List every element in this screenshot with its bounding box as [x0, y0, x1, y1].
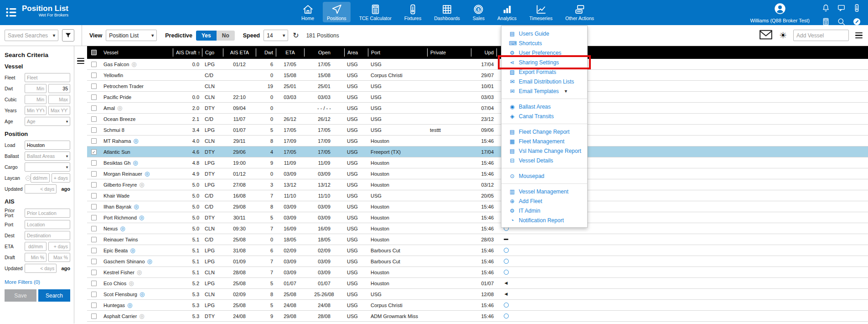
open-date-cell[interactable]: 24/08	[304, 303, 344, 308]
table-row[interactable]: Amal◎2.0DTY09/040- - / - -USGUSG07/04	[87, 103, 868, 114]
table-row[interactable]: Gaschem Shinano◎5.1LPG01/09703/0903/09US…	[87, 256, 868, 267]
ballast-select[interactable]: Ballast Areas▾	[25, 152, 70, 161]
open-date-cell[interactable]: 17/09	[304, 138, 344, 144]
draft-input[interactable]	[48, 253, 70, 262]
col-open[interactable]: Open	[304, 48, 344, 57]
table-row[interactable]: Scot Flensburg◎5.3CLN02/09825/0825-26/08…	[87, 289, 868, 300]
save-button[interactable]: Save	[5, 289, 36, 302]
row-checkbox[interactable]	[91, 237, 97, 242]
col-ais-draft[interactable]: AIS Draft↑	[173, 48, 202, 57]
row-checkbox[interactable]	[91, 226, 97, 231]
nav-item-other-actions[interactable]: Other Actions	[561, 2, 598, 22]
menu-item-notification-report[interactable]: ◔Notification Report	[501, 215, 587, 225]
table-row[interactable]: ✓Atlantic Sun4.6DTY29/06417/0517/05USGFr…	[87, 146, 868, 157]
laycan-input[interactable]	[31, 173, 50, 183]
speed-select[interactable]: 14 ▾	[264, 30, 288, 41]
table-row[interactable]: Kestrel Fisher◎5.1CLN28/08703/0903/09USG…	[87, 267, 868, 278]
vessel-name[interactable]: Eco Chios	[103, 281, 126, 286]
prior-port-input[interactable]	[25, 209, 70, 218]
menu-item-sharing-settings[interactable]: ⋖Sharing Settings	[501, 57, 587, 67]
open-date-cell[interactable]: 17/05	[304, 149, 344, 155]
vessel-name[interactable]: Morgan Reinauer	[103, 171, 142, 177]
position-status-icon[interactable]	[496, 314, 516, 319]
table-row[interactable]: YellowfinC/D015/0815/08USGCorpus Christi…	[87, 70, 868, 81]
menu-item-it-admin[interactable]: ⚙IT Admin	[501, 206, 587, 215]
vessel-name[interactable]: Amal	[103, 105, 115, 111]
menu-burger-icon[interactable]	[855, 32, 863, 38]
cargo-select[interactable]: ▾	[25, 162, 70, 172]
open-date-cell[interactable]: 03/03	[304, 94, 344, 100]
row-checkbox[interactable]	[91, 281, 97, 286]
nav-item-sales[interactable]: $Sales	[469, 2, 489, 22]
table-row[interactable]: Port Richmond◎5.0DTY30/11503/0903/09USGH…	[87, 212, 868, 223]
open-date-cell[interactable]: 11/10	[304, 193, 344, 199]
table-row[interactable]: Ilhan Bayrak◎5.0C/D29/08803/0903/09USGHo…	[87, 201, 868, 212]
vessel-name[interactable]: MT Rahama	[103, 138, 131, 144]
dest-input[interactable]	[25, 231, 70, 240]
table-row[interactable]: Gilberto Freyre◎5.0LPG27/08313/1213/12US…	[87, 179, 868, 190]
vessel-name[interactable]: Schmui 8	[103, 127, 124, 133]
position-status-icon[interactable]: ◀	[496, 281, 516, 285]
add-vessel-input[interactable]	[793, 30, 849, 41]
vessel-name[interactable]: Port Richmond	[103, 215, 137, 220]
nav-item-home[interactable]: Home	[297, 2, 318, 22]
menu-item-shortcuts[interactable]: ⌨Shortcuts	[501, 38, 587, 48]
position-status-icon[interactable]	[496, 239, 516, 240]
open-date-cell[interactable]: 18/05	[304, 237, 344, 242]
load-input[interactable]	[25, 141, 70, 150]
brightness-sun-icon[interactable]: ☀	[779, 30, 787, 41]
open-date-cell[interactable]: 03/09	[304, 171, 344, 177]
open-date-cell[interactable]: 16/09	[304, 226, 344, 231]
draft-input[interactable]	[25, 253, 46, 262]
years-input[interactable]	[48, 106, 70, 115]
row-checkbox[interactable]	[91, 62, 97, 67]
predictive-yes-button[interactable]: Yes	[196, 31, 217, 41]
updated-input[interactable]	[25, 184, 57, 193]
open-date-cell[interactable]: 25/01	[304, 84, 344, 89]
vessel-name[interactable]: Gas Falcon	[103, 62, 129, 67]
open-date-cell[interactable]: 13/12	[304, 182, 344, 188]
dwt-input[interactable]	[25, 84, 46, 93]
col-dwt[interactable]: Dwt	[256, 48, 276, 57]
user-account[interactable]: Williams (Q88 Broker Test)	[750, 2, 810, 23]
row-checkbox[interactable]	[91, 105, 97, 111]
menu-item-users-guide[interactable]: ▤Users Guide	[501, 29, 587, 38]
open-date-cell[interactable]: 25-26/08	[304, 292, 344, 297]
position-status-icon[interactable]	[496, 248, 516, 253]
nav-item-fixtures[interactable]: Fixtures	[400, 2, 425, 22]
col-ais-eta[interactable]: AIS ETA	[223, 48, 256, 57]
position-status-icon[interactable]	[496, 270, 516, 275]
laycan-minus-icon[interactable]: −	[26, 176, 31, 181]
row-checkbox[interactable]	[91, 127, 97, 133]
dwt-input[interactable]	[48, 84, 70, 93]
position-status-icon[interactable]	[496, 303, 516, 308]
vessel-name[interactable]: Ilhan Bayrak	[103, 204, 131, 209]
open-date-cell[interactable]: 28/08	[304, 314, 344, 319]
vessel-name[interactable]: Petrochem Trader	[103, 84, 144, 89]
row-checkbox[interactable]	[91, 84, 97, 89]
vessel-name[interactable]: Atlantic Sun	[103, 149, 130, 155]
view-select[interactable]: Position List ▾	[106, 30, 157, 41]
row-checkbox[interactable]	[91, 171, 97, 177]
vessel-name[interactable]: Epic Beata	[103, 248, 128, 253]
cubic-input[interactable]	[25, 95, 46, 104]
table-row[interactable]: Eco Chios◎5.2LPG25/08501/0701/07USGHoust…	[87, 278, 868, 289]
row-checkbox[interactable]	[91, 215, 97, 220]
menu-item-vessel-management[interactable]: ▥Vessel Management	[501, 187, 587, 196]
refresh-icon[interactable]: ↻	[293, 31, 299, 40]
table-row[interactable]: MT Rahama◎4.0CLN29/11817/0917/09USGHoust…	[87, 136, 868, 146]
menu-item-export-formats[interactable]: ▧Export Formats	[501, 67, 587, 77]
row-checkbox[interactable]	[91, 303, 97, 308]
vessel-name[interactable]: Reinauer Twins	[103, 237, 138, 242]
row-checkbox[interactable]	[91, 94, 97, 100]
open-date-cell[interactable]: 17/05	[304, 127, 344, 133]
table-row[interactable]: Nexus◎5.0CLN09:30716/0916/09USGHouston15…	[87, 223, 868, 234]
row-checkbox[interactable]	[91, 248, 97, 253]
open-date-cell[interactable]: 15/08	[304, 73, 344, 78]
fixtures-shortcut-icon[interactable]	[852, 4, 861, 14]
col-eta[interactable]: ETA	[276, 48, 304, 57]
open-date-cell[interactable]: 02/09	[304, 248, 344, 253]
messages-chat-icon[interactable]	[837, 4, 846, 14]
open-date-cell[interactable]: 03/09	[304, 204, 344, 209]
select-all-checkbox[interactable]	[91, 50, 97, 55]
